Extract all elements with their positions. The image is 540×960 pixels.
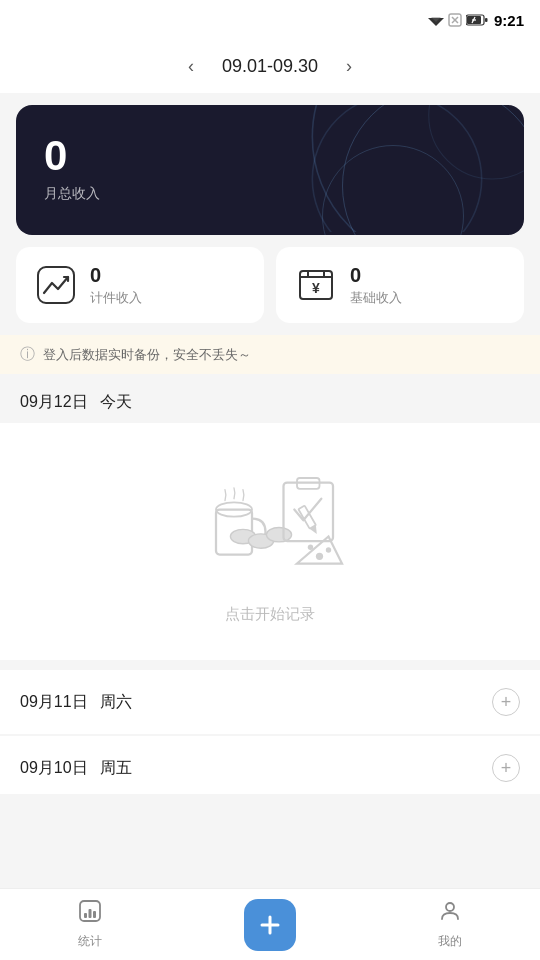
- next-date-button[interactable]: ›: [338, 52, 360, 81]
- battery-icon: [466, 14, 488, 26]
- add-record-button[interactable]: [244, 899, 296, 951]
- sep11-add-button[interactable]: +: [492, 688, 520, 716]
- day-row-sep10: 09月10日 周五 +: [0, 736, 540, 794]
- total-income-label: 月总收入: [44, 185, 496, 203]
- my-label: 我的: [438, 933, 462, 950]
- svg-point-23: [266, 528, 291, 542]
- today-section-header: 09月12日 今天: [0, 374, 540, 423]
- today-tag: 今天: [100, 392, 132, 413]
- svg-rect-13: [38, 267, 74, 303]
- svg-marker-27: [310, 525, 320, 536]
- sep10-weekday: 周五: [100, 758, 132, 779]
- my-icon: [438, 899, 462, 929]
- base-income-info: 0 基础收入: [350, 264, 402, 307]
- sep11-weekday: 周六: [100, 692, 132, 713]
- base-income-card: ¥ 0 基础收入: [276, 247, 524, 323]
- svg-point-38: [446, 903, 454, 911]
- stats-icon: [78, 899, 102, 929]
- date-range-label: 09.01-09.30: [222, 56, 318, 77]
- total-income-amount: 0: [44, 133, 496, 179]
- status-bar: 9:21: [0, 0, 540, 40]
- sub-cards-row: 0 计件收入 ¥ 0 基础收入: [16, 247, 524, 323]
- wifi-icon: [428, 14, 444, 26]
- signal-icon: [448, 13, 462, 27]
- notice-bar: ⓘ 登入后数据实时备份，安全不丢失～: [0, 335, 540, 374]
- nav-my[interactable]: 我的: [360, 891, 540, 958]
- income-card: 0 月总收入: [16, 105, 524, 235]
- empty-text: 点击开始记录: [225, 605, 315, 624]
- notice-text: 登入后数据实时备份，安全不丢失～: [43, 346, 251, 364]
- svg-point-31: [326, 547, 331, 552]
- stats-label: 统计: [78, 933, 102, 950]
- status-icons: [428, 13, 488, 27]
- sep10-date: 09月10日: [20, 758, 88, 779]
- nav-center: [180, 899, 360, 951]
- svg-rect-7: [485, 18, 488, 22]
- svg-rect-34: [89, 909, 92, 918]
- svg-point-10: [312, 105, 524, 232]
- date-nav-header: ‹ 09.01-09.30 ›: [0, 40, 540, 93]
- piece-income-card: 0 计件收入: [16, 247, 264, 323]
- piece-income-label: 计件收入: [90, 289, 142, 307]
- svg-text:¥: ¥: [312, 280, 320, 296]
- day-row-sep10-left: 09月10日 周五: [20, 758, 132, 779]
- svg-point-12: [429, 105, 524, 179]
- day-row-sep11: 09月11日 周六 +: [0, 670, 540, 734]
- piece-income-info: 0 计件收入: [90, 264, 142, 307]
- base-income-label: 基础收入: [350, 289, 402, 307]
- sep10-add-button[interactable]: +: [492, 754, 520, 782]
- status-time: 9:21: [494, 12, 524, 29]
- empty-illustration: [180, 453, 360, 593]
- piece-income-icon: [34, 263, 78, 307]
- svg-point-30: [308, 545, 313, 550]
- notice-icon: ⓘ: [20, 345, 35, 364]
- nav-stats[interactable]: 统计: [0, 891, 180, 958]
- prev-date-button[interactable]: ‹: [180, 52, 202, 81]
- piece-income-amount: 0: [90, 264, 142, 287]
- svg-point-29: [316, 553, 323, 560]
- empty-state[interactable]: 点击开始记录: [0, 423, 540, 660]
- day-row-sep11-left: 09月11日 周六: [20, 692, 132, 713]
- bottom-nav: 统计 我的: [0, 888, 540, 960]
- today-date-label: 09月12日: [20, 392, 88, 413]
- base-income-icon: ¥: [294, 263, 338, 307]
- svg-rect-35: [93, 911, 96, 918]
- svg-rect-33: [84, 913, 87, 918]
- sep11-date: 09月11日: [20, 692, 88, 713]
- base-income-amount: 0: [350, 264, 402, 287]
